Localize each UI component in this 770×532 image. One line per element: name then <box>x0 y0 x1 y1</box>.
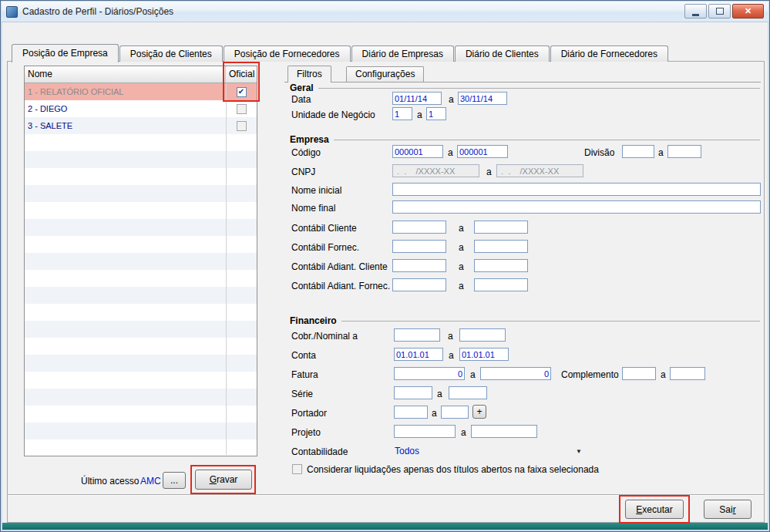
oficial-checkbox-2[interactable] <box>237 104 247 114</box>
unidade-from-input[interactable] <box>392 107 412 120</box>
window-title: Cadastro de Perfil - Diários/Posições <box>22 6 173 17</box>
range-separator: a <box>461 427 466 438</box>
unidade-to-input[interactable] <box>426 107 446 120</box>
group-empresa: Empresa <box>290 134 760 145</box>
grid-row-diego[interactable]: 2 - DIEGO <box>25 100 257 117</box>
complemento-to-input[interactable] <box>670 367 705 380</box>
contabil-adiant-fornec-to-input[interactable] <box>474 278 528 291</box>
cobr-nominal-to-input[interactable] <box>459 328 506 342</box>
executar-button[interactable]: Executar <box>625 500 684 519</box>
serie-label: Série <box>291 389 313 399</box>
group-financeiro-rule <box>341 321 760 322</box>
minimize-button[interactable] <box>684 4 707 19</box>
codigo-to-input[interactable] <box>457 145 508 158</box>
status-strip <box>2 523 768 530</box>
tab-filtros[interactable]: Filtros <box>287 66 331 82</box>
cnpj-to-input <box>496 164 583 177</box>
tab-posicao-de-empresa[interactable]: Posição de Empresa <box>12 44 119 62</box>
fatura-from-input[interactable] <box>394 367 465 380</box>
portador-to-input[interactable] <box>441 406 469 419</box>
profiles-grid: Nome Oficial 1 - RELATÓRIO OFICIAL ✔ 2 -… <box>24 66 257 456</box>
column-header-nome[interactable]: Nome <box>25 66 226 82</box>
group-financeiro: Financeiro <box>290 315 760 326</box>
main-tabstrip: Posição de Empresa Posição de Clientes P… <box>12 43 669 62</box>
group-geral-title: Geral <box>290 82 314 93</box>
nome-inicial-input[interactable] <box>392 183 761 196</box>
close-button[interactable]: ✕ <box>732 4 764 19</box>
contabilidade-select[interactable]: Todos ▼ <box>392 444 585 458</box>
range-separator: a <box>661 369 666 380</box>
maximize-icon <box>716 8 724 15</box>
codigo-from-input[interactable] <box>392 145 443 158</box>
nome-inicial-label: Nome inicial <box>291 185 341 196</box>
oficial-cell: ✔ <box>226 83 257 100</box>
serie-to-input[interactable] <box>449 386 487 399</box>
range-separator: a <box>448 147 453 158</box>
tab-diario-de-empresas[interactable]: Diário de Empresas <box>351 45 454 62</box>
contabil-fornec-to-input[interactable] <box>474 240 528 253</box>
cnpj-from-input <box>392 164 479 177</box>
conta-to-input[interactable] <box>459 348 509 361</box>
oficial-checkbox-1[interactable]: ✔ <box>237 87 247 97</box>
contabil-adiant-cliente-from-input[interactable] <box>392 259 446 272</box>
oficial-cell <box>226 100 257 117</box>
divisao-from-input[interactable] <box>622 145 654 158</box>
tab-configuracoes[interactable]: Configurações <box>346 66 424 82</box>
contabil-adiant-fornec-from-input[interactable] <box>392 278 446 291</box>
group-geral-rule <box>318 88 760 89</box>
data-to-input[interactable] <box>458 92 507 105</box>
liquidacoes-checkbox[interactable] <box>292 464 302 474</box>
footer-divider <box>8 494 764 496</box>
column-header-oficial[interactable]: Oficial <box>226 66 257 82</box>
browse-button-label: ... <box>170 475 178 486</box>
serie-from-input[interactable] <box>394 386 432 399</box>
tab-posicao-de-fornecedores[interactable]: Posição de Fornecedores <box>224 45 351 62</box>
profile-name: 3 - SALETE <box>25 117 226 134</box>
contabil-fornec-from-input[interactable] <box>392 240 446 253</box>
tab-diario-de-fornecedores[interactable]: Diário de Fornecedores <box>550 45 668 62</box>
range-separator: a <box>459 242 464 253</box>
oficial-checkbox-3[interactable] <box>237 121 247 131</box>
sair-button[interactable]: Sair <box>704 500 752 519</box>
data-from-input[interactable] <box>392 92 442 105</box>
cnpj-label: CNPJ <box>291 167 315 177</box>
maximize-button[interactable] <box>708 4 731 19</box>
plus-icon: + <box>476 406 482 417</box>
browse-button[interactable]: ... <box>163 472 186 489</box>
contabil-fornec-label: Contábil Fornec. <box>291 242 359 253</box>
app-icon <box>6 6 18 18</box>
tab-diario-de-clientes[interactable]: Diário de Clientes <box>455 45 550 62</box>
contabil-cliente-to-input[interactable] <box>474 221 528 234</box>
fatura-label: Fatura <box>291 369 318 380</box>
conta-from-input[interactable] <box>394 348 443 361</box>
grid-column-divider <box>226 83 227 455</box>
range-separator: a <box>486 167 492 177</box>
contabil-cliente-from-input[interactable] <box>392 221 446 234</box>
projeto-to-input[interactable] <box>471 425 537 438</box>
range-separator: a <box>459 281 464 291</box>
grid-row-salete[interactable]: 3 - SALETE <box>25 117 257 134</box>
projeto-from-input[interactable] <box>394 425 456 438</box>
cobr-nominal-label: Cobr./Nominal a <box>291 331 358 342</box>
divisao-to-input[interactable] <box>667 145 701 158</box>
portador-from-input[interactable] <box>394 406 428 419</box>
gravar-button[interactable]: Gravar <box>195 470 252 490</box>
contabil-adiant-cliente-to-input[interactable] <box>474 259 528 272</box>
cobr-nominal-from-input[interactable] <box>394 328 440 342</box>
app-window: Cadastro de Perfil - Diários/Posições ✕ … <box>0 0 770 532</box>
ultimo-acesso-value: AMC <box>140 476 161 487</box>
group-financeiro-title: Financeiro <box>290 315 337 326</box>
tab-posicao-de-clientes[interactable]: Posição de Clientes <box>119 45 223 62</box>
portador-label: Portador <box>291 408 327 419</box>
portador-add-button[interactable]: + <box>472 405 486 419</box>
complemento-from-input[interactable] <box>622 367 656 380</box>
grid-row-relatorio-oficial[interactable]: 1 - RELATÓRIO OFICIAL ✔ <box>25 83 257 100</box>
sair-button-label: Sai <box>719 504 732 515</box>
nome-final-label: Nome final <box>291 203 335 214</box>
range-separator: a <box>437 389 442 399</box>
fatura-to-input[interactable] <box>480 367 551 380</box>
minimize-icon <box>692 14 699 16</box>
executar-button-label: Executar <box>636 504 672 515</box>
nome-final-input[interactable] <box>392 200 761 214</box>
group-empresa-title: Empresa <box>290 134 329 145</box>
